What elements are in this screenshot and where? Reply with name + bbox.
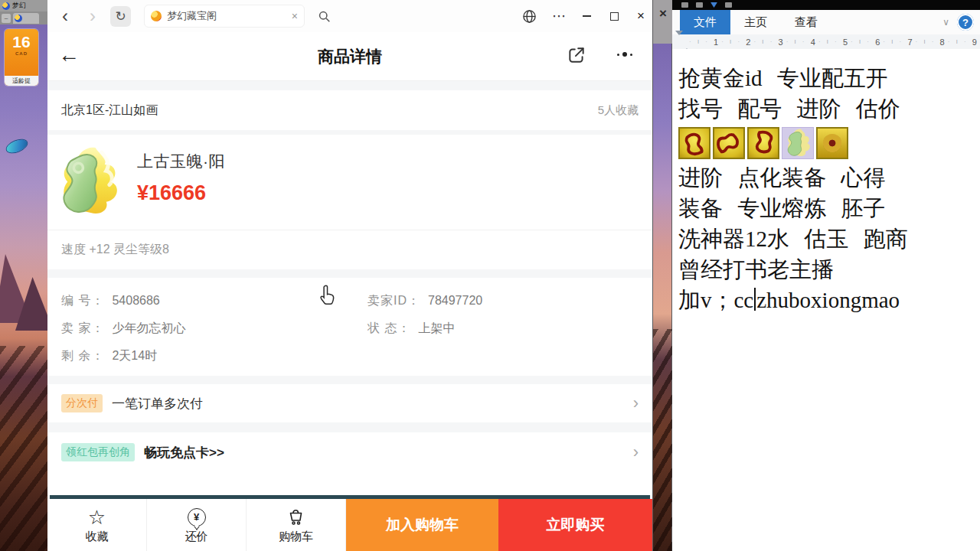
star-icon: ☆ (88, 507, 106, 528)
browser-window: ‹ › ↻ 梦幻藏宝阁 × ⋯ × ← 商品详情 北京1区-江山如画 5人收藏 (47, 0, 652, 551)
installment-row[interactable]: 分次付 一笔订单多次付 › (47, 384, 652, 422)
doc-image-talisman-3 (747, 127, 779, 159)
tab-close-icon[interactable]: × (292, 10, 298, 22)
game-art-background: 16 CAD 适龄提 (0, 24, 47, 551)
page-header: ← 商品详情 (47, 32, 652, 81)
product-info: 上古玉魄·阳 ¥16666 (137, 145, 225, 230)
close-icon[interactable]: × (629, 0, 652, 32)
indent-marker-icon[interactable] (675, 35, 683, 48)
word-window: 文件 主页 查看 ∨ ? ·|·1·|·2·|·3·|·4·|·5·|·6·|·… (672, 0, 980, 551)
doc-image-talisman-1 (678, 127, 710, 159)
game-window-title: 梦幻 (12, 1, 26, 11)
globe-icon[interactable] (516, 0, 542, 32)
tab-title: 梦幻藏宝阁 (167, 9, 286, 23)
doc-line: 曾经打书老主播 (678, 254, 980, 285)
yen-bubble-icon: ¥ (188, 507, 206, 528)
doc-image-talisman-2 (713, 127, 745, 159)
content-footer-gap (47, 472, 652, 495)
bottom-action-bar: ☆ 收藏 ¥ 还价 购物车 加入购物车 立即购买 (47, 499, 652, 551)
favorites-count: 5人收藏 (598, 103, 639, 118)
doc-line: 洗神器12水 估玉 跑商 (678, 223, 980, 254)
help-icon[interactable]: ? (957, 14, 974, 31)
share-icon[interactable] (567, 45, 586, 68)
document-area[interactable]: 抢黄金id 专业配五开 找号 配号 进阶 估价 进阶 点化装备 心得 装备 专业… (672, 49, 980, 551)
details-card: 编 号： 5408686 卖 家： 少年勿忘初心 剩 余： 2天14时 卖家ID… (47, 278, 652, 376)
undo-icon[interactable] (696, 2, 703, 8)
cart-icon (287, 507, 305, 528)
doc-line-contact: 加v；cczhuboxiongmao (678, 285, 980, 315)
browser-back-icon[interactable]: ‹ (54, 0, 77, 32)
doc-inline-images (678, 127, 980, 159)
product-price: ¥16666 (137, 181, 225, 205)
item-image[interactable] (51, 145, 125, 219)
game-tab-row: – (0, 11, 47, 24)
background-game-window: 梦幻 – 16 CAD 适龄提 (0, 0, 47, 551)
tab-file[interactable]: 文件 (680, 10, 730, 34)
tab-view[interactable]: 查看 (781, 10, 831, 34)
doc-line: 找号 配号 进阶 估价 (678, 93, 980, 124)
add-to-cart-button[interactable]: 加入购物车 (346, 499, 498, 551)
promo-text: 畅玩免点卡>> (144, 444, 224, 461)
bargain-button[interactable]: ¥ 还价 (147, 499, 247, 551)
tab-favicon-icon (151, 11, 162, 21)
search-icon[interactable] (312, 0, 335, 32)
maximize-icon[interactable] (602, 0, 626, 32)
server-name: 北京1区-江山如画 (61, 103, 158, 119)
server-row: 北京1区-江山如画 5人收藏 (47, 90, 652, 130)
age-rating-label: 适龄提 (5, 76, 38, 86)
minimize-icon[interactable] (574, 0, 599, 32)
detail-row-status: 状 态： 上架中 (368, 315, 482, 342)
promo-badge: 领红包再创角 (61, 443, 135, 461)
browser-forward-icon[interactable]: › (81, 0, 104, 32)
cart-button[interactable]: 购物车 (247, 499, 346, 551)
buy-now-button[interactable]: 立即购买 (498, 499, 652, 551)
doc-image-jade (782, 127, 814, 159)
doc-line: 抢黄金id 专业配五开 (678, 63, 980, 93)
game-gem-sprite (5, 137, 28, 155)
installment-text: 一笔订单多次付 (112, 395, 203, 412)
more-icon[interactable] (617, 52, 632, 57)
browser-menu-icon[interactable]: ⋯ (547, 0, 571, 32)
redo-icon[interactable] (725, 2, 732, 8)
ruler[interactable]: ·|·1·|·2·|·3·|·4·|·5·|·6·|·7·|·8·|·9 (672, 34, 980, 50)
favorite-button[interactable]: ☆ 收藏 (47, 499, 147, 551)
game-tab[interactable] (13, 13, 39, 24)
game-close-icon[interactable]: × (659, 6, 667, 44)
ruler-marks: ·|·1·|·2·|·3·|·4·|·5·|·6·|·7·|·8·|·9 (688, 34, 978, 49)
age-rating-badge: 16 CAD 适龄提 (5, 29, 38, 86)
tab-home[interactable]: 主页 (730, 10, 781, 34)
ribbon-tabs: 文件 主页 查看 ∨ ? (672, 10, 980, 35)
age-rating-org: CAD (5, 51, 38, 56)
refresh-icon[interactable]: ↻ (110, 6, 131, 27)
browser-tab[interactable]: 梦幻藏宝阁 × (144, 5, 305, 28)
hand-cursor-icon (317, 284, 338, 308)
quick-access-toolbar (672, 0, 980, 10)
tab-minimize-icon[interactable]: – (2, 14, 11, 23)
page-title: 商品详情 (47, 46, 652, 67)
installment-badge: 分次付 (61, 394, 103, 412)
product-attributes: 速度 +12 灵尘等级8 (47, 230, 652, 269)
doc-image-medal (816, 127, 848, 159)
product-name: 上古玉魄·阳 (137, 151, 225, 172)
promo-row[interactable]: 领红包再创角 畅玩免点卡>> › (47, 432, 652, 472)
detail-row-remaining: 剩 余： 2天14时 (61, 342, 368, 370)
chevron-right-icon[interactable]: › (633, 442, 639, 462)
age-rating-number: 16 (5, 33, 38, 51)
game-titlebar: 梦幻 (0, 0, 47, 11)
doc-line: 装备 专业熔炼 胚子 (678, 193, 980, 223)
chevron-right-icon[interactable]: › (633, 393, 639, 413)
game-tab-icon (15, 15, 22, 22)
detail-row-seller-id: 卖家ID： 78497720 (368, 287, 482, 315)
save-icon[interactable] (681, 2, 688, 8)
dropdown-icon[interactable] (710, 2, 717, 8)
detail-row-seller: 卖 家： 少年勿忘初心 (61, 315, 368, 342)
browser-toolbar: ‹ › ↻ 梦幻藏宝阁 × ⋯ × (47, 0, 652, 33)
game-window-edge: × (653, 0, 673, 44)
background-gap-strip: × (652, 0, 672, 551)
product-card: 上古玉魄·阳 ¥16666 (47, 135, 652, 230)
ribbon-collapse-icon[interactable]: ∨ (942, 17, 949, 28)
game-app-icon (2, 2, 10, 10)
doc-line: 进阶 点化装备 心得 (678, 162, 980, 193)
text-caret (754, 288, 756, 311)
